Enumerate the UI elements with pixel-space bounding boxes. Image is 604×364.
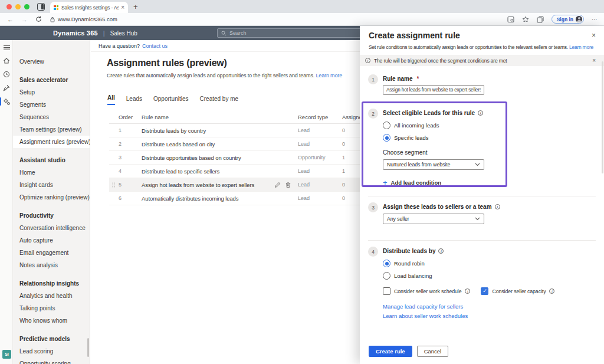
banner-close-icon[interactable]: × <box>592 57 596 64</box>
table-row-5[interactable]: 5Assign hot leads from website to expert… <box>109 178 375 192</box>
table-row-6[interactable]: 6Automatically distributes incoming lead… <box>109 192 375 205</box>
radio-round-robin[interactable]: Round robin <box>383 260 554 267</box>
radio-load-balancing[interactable]: Load balancing <box>383 272 554 280</box>
panel-footer: Create rule Cancel <box>369 346 448 357</box>
info-banner-text: The rule will be triggered once the segm… <box>374 58 592 64</box>
browser-tab[interactable]: Sales Insights settings - Assig × <box>50 2 128 13</box>
table-row-1[interactable]: 1Distribute leads by countryLead0 <box>109 124 375 137</box>
sidebar-item-notes-analysis[interactable]: Notes analysis <box>13 259 90 271</box>
sidebar-scrollbar[interactable] <box>87 338 89 357</box>
table-row-4[interactable]: 4Distribute lead to specific sellersLead… <box>109 165 375 178</box>
refresh-icon[interactable] <box>35 16 42 22</box>
app-name: Sales Hub <box>110 30 137 37</box>
forward-icon[interactable]: → <box>21 16 28 23</box>
cell-record-type: Lead <box>295 127 339 133</box>
url-field[interactable]: www.Dynamics365.com <box>50 16 507 22</box>
collections-icon[interactable] <box>537 16 544 23</box>
sidebar-item-analytics-and-health[interactable]: Analytics and health <box>13 290 90 302</box>
url-text: www.Dynamics365.com <box>58 16 117 22</box>
tab-opportunities[interactable]: Opportunities <box>153 96 188 105</box>
create-rule-button[interactable]: Create rule <box>369 346 412 357</box>
segment-value: Nurtured leads from website <box>387 162 450 168</box>
create-rule-panel: Create assignment rule × Set rule condit… <box>360 26 604 364</box>
window-close-button[interactable] <box>6 4 12 9</box>
sidebar-item-who-knows-whom[interactable]: Who knows whom <box>13 314 90 327</box>
checkbox-work-schedule[interactable] <box>383 287 390 295</box>
new-tab-button[interactable]: + <box>133 3 138 11</box>
segment-dropdown[interactable]: Nurtured leads from website <box>383 159 484 170</box>
cell-order: 2 <box>117 141 139 147</box>
panel-close-icon[interactable]: × <box>592 31 596 40</box>
delete-icon[interactable] <box>285 182 291 188</box>
sidebar-item-segments[interactable]: Segments <box>13 99 90 111</box>
sidebar-item-auto-capture[interactable]: Auto capture <box>13 234 90 247</box>
add-lead-condition-button[interactable]: + Add lead condition <box>383 179 484 186</box>
column-rule-name: Rule name <box>139 114 271 120</box>
panel-scrollbar[interactable] <box>602 61 603 173</box>
window-maximize-button[interactable] <box>24 4 29 9</box>
step-rule-name: 1 Rule name * <box>368 76 484 95</box>
browser-essentials-icon[interactable] <box>507 16 514 23</box>
tab-created-by-me[interactable]: Created by me <box>200 96 239 105</box>
cell-record-type: Lead <box>295 141 339 147</box>
more-menu-icon[interactable]: ⋯ <box>592 16 598 22</box>
table-row-3[interactable]: 3Distribute opportunities based on count… <box>109 151 375 165</box>
radio-all-incoming-leads[interactable]: All incoming leads <box>383 122 484 129</box>
info-banner: i The rule will be triggered once the se… <box>360 55 604 66</box>
sidebar-item-lead-scoring[interactable]: Lead scoring <box>13 345 90 358</box>
sidebar-item-insight-cards[interactable]: Insight cards <box>13 179 90 191</box>
window-minimize-button[interactable] <box>15 4 21 9</box>
step-number-3: 3 <box>368 202 378 212</box>
sidebar-item-sequences[interactable]: Sequences <box>13 111 90 123</box>
checkbox-seller-capacity[interactable]: ✓ <box>481 287 488 295</box>
chevron-down-icon <box>475 217 480 221</box>
sidebar-group-productivity: Productivity <box>13 209 90 222</box>
radio-specific-leads[interactable]: Specific leads <box>383 134 484 142</box>
drag-handle-icon[interactable] <box>112 182 115 188</box>
edit-icon[interactable] <box>274 182 281 188</box>
cancel-button[interactable]: Cancel <box>417 346 449 357</box>
manage-capacity-link[interactable]: Manage lead capacity for sellers <box>383 303 554 310</box>
recent-icon[interactable] <box>0 69 13 80</box>
step-number-2: 2 <box>368 109 378 119</box>
settings-area-icon[interactable] <box>0 96 13 107</box>
distribute-by-label: Distribute leads by <box>383 248 435 254</box>
seller-dropdown[interactable]: Any seller <box>383 214 484 224</box>
sidebar-item-talking-points[interactable]: Talking points <box>13 302 90 314</box>
user-initials-badge[interactable]: SI <box>2 350 11 359</box>
panel-learn-more-link[interactable]: Learn more <box>569 44 593 50</box>
back-icon[interactable]: ← <box>7 16 14 23</box>
work-schedules-link[interactable]: Learn about seller work schedules <box>383 313 554 319</box>
global-search-input[interactable]: Search <box>217 28 367 38</box>
info-icon: i <box>465 288 470 294</box>
sign-in-button[interactable]: Sign in <box>552 15 584 24</box>
contact-us-link[interactable]: Contact us <box>142 43 168 49</box>
column-record-type: Record type <box>295 114 339 120</box>
menu-icon[interactable] <box>0 42 13 53</box>
cell-rule-name: Distribute lead to specific sellers <box>139 168 271 175</box>
table-row-2[interactable]: 2Distribute Leads based on cityLead0 <box>109 137 375 151</box>
sidebar-item-team-settings-preview[interactable]: Team settings (preview) <box>13 123 90 136</box>
sidebar-item-email-engagement[interactable]: Email engagement <box>13 247 90 259</box>
favorites-icon[interactable] <box>522 16 529 23</box>
sidebar-item-assignment-rules-preview[interactable]: Assignment rules (preview) <box>13 136 90 148</box>
tab-close-icon[interactable]: × <box>121 4 124 11</box>
learn-more-link[interactable]: Learn more <box>316 73 342 78</box>
rule-name-input[interactable] <box>383 85 484 95</box>
home-icon[interactable] <box>0 55 13 66</box>
sidebar-item-opportunity-scoring[interactable]: Opportunity scoring <box>13 358 90 364</box>
page-subtitle-text: Create rules that automatically assign l… <box>107 73 314 78</box>
browser-tab-strip: Sales Insights settings - Assig × + <box>0 0 604 13</box>
sidebar-item-setup[interactable]: Setup <box>13 86 90 99</box>
tab-leads[interactable]: Leads <box>126 96 142 105</box>
sidebar-nav: OverviewSales acceleratorSetupSegmentsSe… <box>13 40 90 364</box>
sidebar-item-home[interactable]: Home <box>13 166 90 179</box>
step-number-4: 4 <box>368 247 378 257</box>
sidebar-item-conversation-intelligence[interactable]: Conversation intelligence <box>13 222 90 234</box>
sidebar-item-optimize-ranking-preview[interactable]: Optimize ranking (preview) <box>13 191 90 204</box>
sidebar-item-overview[interactable]: Overview <box>13 55 90 68</box>
pin-icon[interactable] <box>0 83 13 93</box>
brand-divider: | <box>103 29 105 37</box>
tab-all[interactable]: All <box>107 94 115 105</box>
tab-overview-icon[interactable] <box>37 3 45 11</box>
